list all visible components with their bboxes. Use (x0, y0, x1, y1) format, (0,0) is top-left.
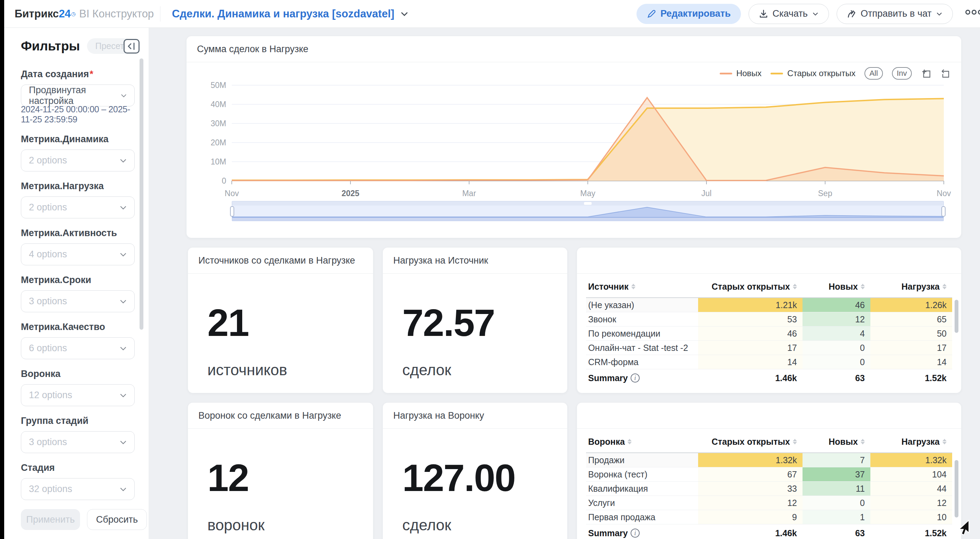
apply-button[interactable]: Применить (21, 509, 80, 530)
sort-icon[interactable] (627, 439, 632, 444)
datazoom-grip[interactable] (584, 202, 592, 205)
more-menu-button[interactable] (966, 10, 980, 14)
filter-select[interactable]: 12 options (21, 384, 135, 406)
stat-card-load-per-source: Нагрузка на Источник 72.57 сделок (383, 247, 567, 393)
col-header[interactable]: Старых открытых (698, 282, 802, 292)
datazoom-handle-left[interactable] (230, 206, 234, 217)
chevron-down-icon (119, 157, 127, 165)
filter-field-1: Метрика.Динамика 2 options (21, 134, 135, 171)
sources-table: Источник Старых открытых Новых Нагрузка … (577, 274, 961, 387)
svg-text:40M: 40M (210, 100, 226, 109)
area-chart[interactable]: 010M20M30M40M50MNov2025MarMayJulSepNov (186, 78, 961, 201)
filter-field-0: Дата создания* Продвинутая настройка 202… (21, 69, 135, 125)
datazoom-slider[interactable] (232, 201, 944, 221)
table-row[interactable]: Онлайн-чат - Stat -test -2 17 0 17 (586, 341, 952, 355)
svg-text:Sep: Sep (818, 189, 832, 198)
col-header[interactable]: Новых (802, 437, 870, 447)
table-scrollbar[interactable] (955, 300, 958, 333)
table-row[interactable]: (Не указан) 1.21k 46 1.26k (586, 298, 952, 312)
chevron-down-icon (936, 10, 943, 17)
chevron-down-icon (812, 10, 819, 17)
col-header[interactable]: Новых (802, 282, 870, 292)
collapse-sidebar-button[interactable] (124, 39, 140, 54)
table-row[interactable]: Воронка (тест) 67 37 104 (586, 468, 952, 482)
legend-item-old-open[interactable]: Старых открытых (770, 68, 856, 78)
stat-card-title: Нагрузка на Воронку (383, 403, 567, 429)
filter-label: Воронка (21, 369, 135, 379)
stat-value: 72.57 (402, 304, 567, 342)
legend-line-new (720, 73, 732, 75)
svg-text:Mar: Mar (462, 189, 476, 198)
filter-select[interactable]: 32 options (21, 478, 135, 500)
filters-sidebar: Фильтры Пресет Дата создания* Продвинута… (4, 28, 149, 539)
svg-text:30M: 30M (210, 119, 226, 128)
table-row[interactable]: Услуги 12 0 12 (586, 496, 952, 510)
filter-field-7: Группа стадий 3 options (21, 415, 135, 453)
stat-card-funnels-count: Воронок со сделками в Нагрузке 12 вороно… (188, 403, 373, 539)
sort-icon[interactable] (861, 439, 865, 444)
stat-value: 127.00 (402, 459, 567, 497)
collapse-panel-icon (126, 42, 137, 51)
filter-select[interactable]: 3 options (21, 290, 135, 312)
svg-text:10M: 10M (210, 157, 226, 166)
sort-icon[interactable] (793, 284, 797, 289)
col-header[interactable]: Нагрузка (870, 437, 952, 447)
table-row[interactable]: CRM-форма 14 0 14 (586, 355, 952, 369)
download-button[interactable]: Скачать (749, 4, 829, 24)
table-row[interactable]: Продажи 1.32k 7 1.32k (586, 453, 952, 468)
table-row[interactable]: Первая продажа 9 1 10 (586, 510, 952, 525)
sort-icon[interactable] (942, 439, 947, 444)
table-scrollbar[interactable] (955, 460, 958, 517)
topbar: Битрикс24◷ BI Конструктор Сделки. Динами… (4, 0, 980, 28)
table-card-title (577, 403, 961, 429)
date-range-note: 2024-11-25 00:00:00 – 2025-11-25 23:59:5… (21, 104, 135, 125)
col-header[interactable]: Старых открытых (698, 437, 802, 447)
edit-button[interactable]: Редактировать (636, 4, 741, 24)
stat-unit: сделок (402, 517, 567, 534)
table-row[interactable]: Квалификация 33 11 44 (586, 482, 952, 496)
table-row[interactable]: Звонок 53 12 65 (586, 312, 952, 327)
col-header[interactable]: Нагрузка (870, 282, 952, 292)
filter-select[interactable]: 2 options (21, 197, 135, 219)
info-icon[interactable]: i (631, 374, 640, 382)
table-summary-row: Summaryi 1.46k 63 1.52k (586, 369, 952, 387)
chevron-down-icon (119, 391, 127, 399)
filter-select[interactable]: 6 options (21, 337, 135, 359)
reset-button[interactable]: Сбросить (87, 509, 147, 530)
col-header[interactable]: Воронка (586, 437, 698, 447)
sidebar-scrollbar[interactable] (140, 59, 143, 330)
table-summary-row: Summaryi 1.46k 63 1.52k (586, 525, 952, 539)
chart-card-sum-deals: Сумма сделок в Нагрузке Новых Старых отк… (186, 36, 961, 238)
filter-select[interactable]: 2 options (21, 149, 135, 171)
sort-icon[interactable] (942, 284, 947, 289)
sort-icon[interactable] (793, 439, 797, 444)
filter-select[interactable]: 3 options (21, 431, 135, 453)
filter-field-6: Воронка 12 options (21, 369, 135, 406)
sort-icon[interactable] (631, 284, 635, 289)
table-card-sources: Источник Старых открытых Новых Нагрузка … (577, 247, 961, 393)
filter-label: Метрика.Сроки (21, 275, 135, 285)
logo-suffix: BI Конструктор (79, 8, 154, 20)
window-edge-strip (0, 0, 4, 539)
table-header-row: Источник Старых открытых Новых Нагрузка (586, 276, 952, 298)
col-header[interactable]: Источник (586, 282, 698, 292)
legend-item-new[interactable]: Новых (720, 68, 762, 78)
dashboard-title-dropdown[interactable]: Сделки. Динамика и нагрузка [sozdavatel] (172, 0, 409, 27)
sort-icon[interactable] (861, 284, 865, 289)
topbar-actions: Редактировать Скачать Отправить в чат (636, 0, 953, 27)
send-to-chat-button[interactable]: Отправить в чат (837, 4, 953, 24)
restore-zoom-icon[interactable] (940, 68, 951, 79)
stat-value: 21 (207, 304, 373, 342)
filter-field-2: Метрика.Нагрузка 2 options (21, 181, 135, 219)
filter-field-5: Метрика.Качество 6 options (21, 322, 135, 359)
download-button-label: Скачать (773, 8, 808, 19)
info-icon[interactable]: i (631, 529, 640, 537)
chevron-down-icon (119, 344, 127, 353)
filter-select[interactable]: Продвинутая настройка (21, 84, 135, 106)
filter-label: Стадия (21, 463, 135, 473)
filter-select[interactable]: 4 options (21, 243, 135, 265)
zoom-select-icon[interactable] (921, 68, 931, 79)
svg-text:Nov: Nov (225, 189, 239, 198)
table-row[interactable]: По рекомендации 46 4 50 (586, 327, 952, 341)
datazoom-handle-right[interactable] (941, 206, 945, 217)
